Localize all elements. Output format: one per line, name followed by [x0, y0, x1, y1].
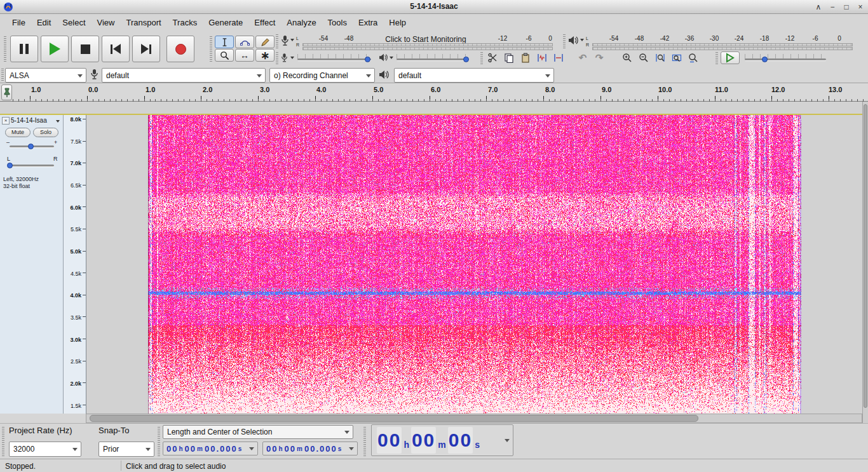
horizontal-scrollbar-thumb[interactable] [90, 415, 698, 422]
audio-position-display[interactable]: 00 h 00 m 00 s [371, 424, 513, 456]
menu-tools[interactable]: Tools [322, 18, 353, 27]
menu-edit[interactable]: Edit [31, 18, 57, 27]
play-at-speed-button[interactable] [721, 51, 740, 64]
playback-meter-dropdown-icon[interactable] [580, 39, 584, 41]
tools-toolbar-grip[interactable] [210, 36, 212, 62]
redo-button[interactable]: ↷ [592, 51, 606, 64]
cut-button[interactable] [485, 51, 499, 64]
recording-channels-select[interactable]: o) Recording Channel [269, 68, 375, 83]
pan-slider-thumb[interactable] [7, 163, 13, 168]
track-menu-arrow-icon[interactable] [56, 120, 60, 123]
pause-button[interactable] [10, 36, 38, 62]
recording-meter-mic-icon[interactable] [281, 35, 289, 46]
fit-selection-button[interactable] [653, 51, 667, 64]
selection-start-field[interactable]: 00 h 00 m 00.000 s [163, 442, 258, 455]
menu-effect[interactable]: Effect [248, 18, 281, 27]
dropdown-arrow-icon[interactable] [249, 447, 254, 450]
spectrogram[interactable] [148, 115, 801, 414]
playback-volume-slider[interactable] [397, 58, 469, 60]
solo-button[interactable]: Solo [33, 128, 58, 137]
playback-meter-bar-left[interactable] [592, 43, 853, 46]
dropdown-arrow-icon[interactable] [349, 447, 354, 450]
timeshift-tool-button[interactable]: ↔ [235, 49, 254, 62]
close-button[interactable]: × [855, 3, 865, 11]
selection-mode-select[interactable]: Length and Center of Selection [163, 425, 353, 439]
play-speed-thumb[interactable] [762, 57, 768, 62]
menu-file[interactable]: File [6, 18, 31, 27]
mixer-toolbar-grip[interactable] [276, 52, 278, 65]
skip-to-end-button[interactable] [132, 36, 160, 62]
zoom-tool-button[interactable] [215, 49, 234, 62]
multi-tool-button[interactable]: ∗ [255, 49, 275, 62]
playback-device-select[interactable]: default [394, 68, 554, 83]
silence-audio-button[interactable] [552, 51, 566, 64]
selection-toolbar-grip[interactable] [2, 427, 4, 456]
mute-button[interactable]: Mute [5, 128, 31, 137]
gain-slider-thumb[interactable] [28, 144, 34, 149]
audio-host-select[interactable]: ALSA [5, 68, 86, 83]
vertical-scrollbar-thumb[interactable] [864, 104, 867, 408]
trim-audio-button[interactable] [535, 51, 549, 64]
mixer-speaker-dropdown-icon[interactable] [390, 57, 393, 59]
recording-volume-thumb[interactable] [365, 57, 370, 62]
recording-device-select[interactable]: default [102, 68, 266, 83]
timeline-ruler[interactable]: 1.0 0.0 1.0 2.0 3.0 4.0 5.0 6.0 7.0 8.0 … [13, 83, 868, 102]
selection-center-field[interactable]: 00 h 00 m 00.000 s [262, 442, 358, 455]
zoom-toggle-button[interactable] [686, 51, 700, 64]
timeline-options-button[interactable] [1, 84, 12, 100]
menu-extra[interactable]: Extra [353, 18, 383, 27]
snap-to-select[interactable]: Prior [98, 442, 154, 457]
device-toolbar-grip[interactable] [1, 69, 4, 81]
recording-meter-dropdown-icon[interactable] [290, 39, 294, 41]
transport-toolbar-grip[interactable] [4, 36, 6, 62]
zoom-out-button[interactable] [637, 51, 651, 64]
envelope-tool-button[interactable] [235, 36, 254, 48]
playback-meter-grip[interactable] [563, 34, 566, 48]
menu-generate[interactable]: Generate [203, 18, 248, 27]
track-name[interactable]: 5-14-14-Isaa [11, 117, 53, 124]
recording-meter-bar-left[interactable] [302, 43, 553, 46]
recording-volume-slider[interactable] [297, 58, 371, 60]
horizontal-scrollbar[interactable] [86, 414, 862, 423]
time-display-grip[interactable] [363, 427, 366, 456]
edit-toolbar-grip[interactable] [480, 52, 483, 65]
selection-fields-grip[interactable] [158, 427, 160, 456]
pan-slider[interactable] [10, 165, 54, 166]
stop-button[interactable] [71, 36, 99, 62]
track-content[interactable] [86, 115, 862, 414]
track-close-button[interactable]: × [2, 117, 10, 125]
mixer-mic-dropdown-icon[interactable] [290, 57, 294, 59]
monitoring-text[interactable]: Click to Start Monitoring [356, 35, 496, 44]
menu-select[interactable]: Select [57, 18, 91, 27]
selection-tool-button[interactable] [215, 36, 234, 48]
play-button[interactable] [41, 36, 69, 62]
maximize-button[interactable]: □ [841, 3, 851, 11]
recording-meter-bar-right[interactable] [302, 47, 553, 50]
dropdown-arrow-icon[interactable] [505, 439, 510, 442]
play-at-speed-grip[interactable] [715, 52, 718, 65]
shade-button[interactable]: ∧ [813, 3, 824, 11]
play-speed-slider[interactable] [745, 58, 826, 60]
minimize-button[interactable]: − [827, 3, 837, 11]
vertical-scrollbar[interactable] [862, 102, 868, 423]
zoom-in-button[interactable] [620, 51, 634, 64]
menu-transport[interactable]: Transport [120, 18, 166, 27]
copy-button[interactable] [502, 51, 516, 64]
menu-tracks[interactable]: Tracks [167, 18, 203, 27]
record-button[interactable] [166, 36, 194, 62]
fit-project-button[interactable] [670, 51, 684, 64]
frequency-ruler[interactable]: 8.0k 7.5k 7.0k 6.5k 6.0k 5.5k 5.0k 4.5k … [64, 115, 86, 414]
track-control-panel[interactable]: × 5-14-14-Isaa Mute Solo – + L R Left, 3… [0, 115, 64, 414]
playback-volume-thumb[interactable] [463, 57, 469, 62]
paste-button[interactable] [519, 51, 532, 64]
undo-button[interactable]: ↶ [576, 51, 590, 64]
recording-meter-grip[interactable] [276, 34, 278, 48]
menu-analyze[interactable]: Analyze [281, 18, 322, 27]
draw-tool-button[interactable] [255, 36, 275, 48]
skip-to-start-button[interactable] [102, 36, 130, 62]
playback-meter-bar-right[interactable] [592, 47, 853, 50]
menu-help[interactable]: Help [383, 18, 412, 27]
project-rate-select[interactable]: 32000 [9, 442, 81, 457]
menu-view[interactable]: View [92, 18, 121, 27]
playback-meter-speaker-icon[interactable] [568, 36, 579, 45]
